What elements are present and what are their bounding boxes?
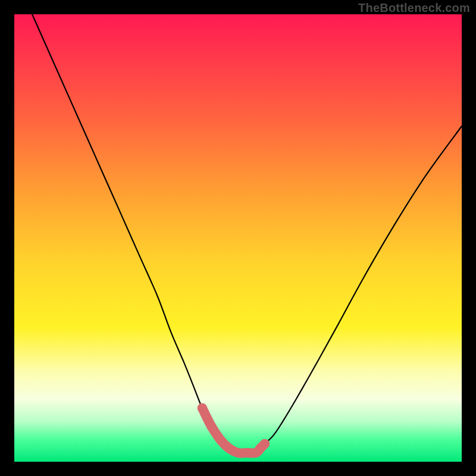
flat-region-marker (260, 439, 270, 449)
flat-region-marker (242, 448, 252, 458)
chart-plot-area (14, 14, 462, 462)
watermark-text: TheBottleneck.com (358, 1, 470, 15)
flat-region-marker (224, 443, 234, 453)
chart-frame: TheBottleneck.com (0, 0, 476, 476)
bottleneck-curve-path (32, 14, 462, 453)
chart-svg (14, 14, 462, 462)
flat-region-marker (198, 403, 207, 413)
flat-region-marker (233, 448, 243, 458)
flat-region-marker (206, 421, 216, 431)
flat-region-marker (215, 434, 225, 444)
